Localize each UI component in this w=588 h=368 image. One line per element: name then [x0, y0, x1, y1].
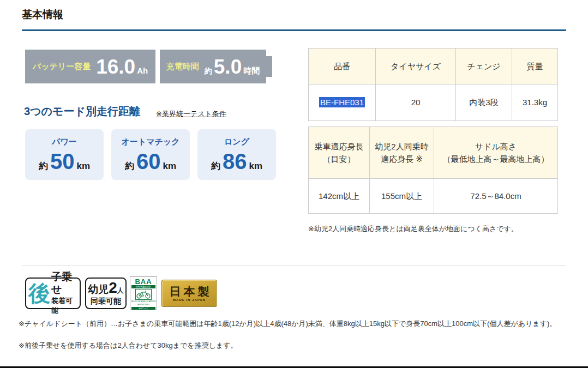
made-in-japan-badge: 日本製 MADE IN JAPAN — [161, 280, 217, 307]
two-children-part3: 人 — [117, 286, 124, 295]
charge-time-value-group: 約 5.0 時間 — [205, 57, 260, 77]
two-children-part1: 幼児 — [88, 282, 109, 297]
header-line: （目安） — [323, 154, 356, 164]
size-cell-rider-height: 142cm以上 — [309, 179, 370, 214]
size-cell-saddle-height: 72.5～84.0cm — [434, 179, 558, 214]
mode-box-power: パワー 約 50 km — [25, 129, 104, 180]
two-children-badge: 幼児 2 人 同乗可能 — [85, 277, 127, 309]
spec-table-header-row: 品番 タイヤサイズ チェンジ 質量 — [309, 49, 558, 85]
spec-header-weight: 質量 — [512, 49, 558, 85]
spec-cell-model: BE-FHE031 — [309, 85, 376, 121]
size-table-note: ※幼児2人同乗時適応身長とは両足裏全体が地面につく高さです。 — [308, 224, 518, 234]
spec-cell-gears: 内装3段 — [456, 85, 512, 121]
header-line: 幼児2人同乗時 — [375, 142, 428, 151]
charge-time-value: 5.0 — [214, 57, 242, 77]
size-header-saddle-height: サドル高さ （最低地上高～最高地上高） — [434, 127, 558, 179]
spec-header-gears: チェンジ — [456, 49, 512, 85]
header-line: 適応身長 ※ — [381, 154, 423, 164]
mode-box-long: ロング 約 86 km — [197, 129, 276, 180]
spec-cell-tire-size: 20 — [376, 85, 456, 121]
mode-value: 86 — [223, 150, 247, 172]
baa-title: BAA — [135, 278, 152, 285]
rear-label-line1: 子乗せ — [51, 271, 77, 296]
rear-label-line2: 装着可能 — [51, 296, 77, 316]
mode-approx: 約 — [125, 160, 134, 172]
mode-approx: 約 — [211, 160, 220, 172]
size-header-rider-height: 乗車適応身長 （目安） — [309, 127, 370, 179]
two-children-line1: 幼児 2 人 — [88, 281, 124, 297]
battery-capacity-value: 16.0 — [96, 57, 135, 77]
mode-value-group: 約 86 km — [211, 150, 262, 172]
size-cell-two-children-height: 155cm以上 — [370, 179, 434, 214]
made-in-japan-subtitle: MADE IN JAPAN — [173, 298, 206, 301]
made-in-japan-title: 日本製 — [167, 285, 212, 298]
charge-time-unit: 時間 — [243, 66, 260, 76]
header-line: サドル高さ — [475, 142, 517, 151]
footnote-weight-limit: ※前後子乗せを使用する場合は2人合わせて30kgまでを推奨します。 — [19, 340, 571, 351]
model-number-selected: BE-FHE031 — [319, 97, 365, 107]
footnote-child-seat: ※チャイルドシート（前用）…お子さまの乗車可能範囲は年齢1歳(12か月)以上4歳… — [19, 318, 571, 329]
rear-label-column: 子乗せ 装着可能 — [51, 271, 77, 316]
spec-table: 品番 タイヤサイズ チェンジ 質量 BE-FHE031 20 内装3段 31.3… — [308, 48, 558, 121]
two-children-part2: 2 — [109, 281, 117, 294]
baa-caption: BICYCLE ASSOCIATION APPROVED — [130, 300, 157, 306]
section-divider — [22, 266, 566, 266]
battery-capacity-badge: バッテリー容量 16.0 Ah — [25, 50, 155, 83]
charge-time-approx: 約 — [205, 67, 212, 76]
modes-heading: 3つのモード別走行距離 — [24, 104, 140, 119]
spec-table-data-row: BE-FHE031 20 内装3段 31.3kg — [309, 85, 558, 121]
baa-bicycle-icon — [135, 289, 152, 300]
baa-band-text: 自転車協会認証 — [131, 285, 155, 288]
mode-name: オートマチック — [121, 137, 179, 147]
rear-kanji: 後 — [28, 282, 50, 304]
header-line: 乗車適応身長 — [315, 142, 364, 151]
spec-header-tire-size: タイヤサイズ — [376, 49, 456, 85]
baa-bottom-band: SGマーク — [131, 307, 155, 310]
two-children-line2: 同乗可能 — [91, 297, 121, 306]
battery-capacity-unit: Ah — [137, 66, 148, 75]
charge-time-badge: 充電時間 約 5.0 時間 — [160, 50, 266, 83]
size-table: 乗車適応身長 （目安） 幼児2人同乗時 適応身長 ※ サドル高さ （最低地上高～… — [308, 126, 558, 214]
mode-approx: 約 — [39, 160, 48, 172]
page-title: 基本情報 — [22, 8, 63, 22]
mode-unit: km — [249, 161, 262, 172]
mode-name: ロング — [224, 137, 249, 147]
baa-certification-mark: BAA 自転車協会認証 BICYCLE ASSOCIATION APPROVED… — [130, 276, 157, 310]
spec-cell-weight: 31.3kg — [512, 85, 558, 121]
size-header-two-children-height: 幼児2人同乗時 適応身長 ※ — [370, 127, 434, 179]
mode-value-group: 約 60 km — [125, 150, 176, 172]
mode-value-group: 約 50 km — [39, 150, 90, 172]
mode-name: パワー — [52, 137, 77, 147]
mode-box-automatic: オートマチック 約 60 km — [111, 129, 190, 180]
industry-test-conditions-link[interactable]: ※業界統一テスト条件 — [156, 109, 226, 119]
charge-time-label: 充電時間 — [166, 62, 199, 72]
mode-unit: km — [76, 161, 90, 172]
size-table-header-row: 乗車適応身長 （目安） 幼児2人同乗時 適応身長 ※ サドル高さ （最低地上高～… — [309, 127, 558, 179]
basic-info-section: 基本情報 バッテリー容量 16.0 Ah 充電時間 約 5.0 時間 3つのモー… — [0, 0, 588, 368]
battery-capacity-value-group: 16.0 Ah — [96, 57, 148, 77]
mode-unit: km — [163, 161, 176, 172]
title-underline — [22, 29, 566, 31]
battery-capacity-label: バッテリー容量 — [33, 62, 91, 72]
mode-value: 60 — [136, 150, 161, 172]
header-line: （最低地上高～最高地上高） — [443, 154, 549, 164]
rear-child-seat-badge: 後 子乗せ 装着可能 — [25, 277, 81, 309]
size-table-data-row: 142cm以上 155cm以上 72.5～84.0cm — [309, 179, 558, 214]
spec-header-model: 品番 — [309, 49, 376, 85]
mode-value: 50 — [50, 150, 75, 172]
